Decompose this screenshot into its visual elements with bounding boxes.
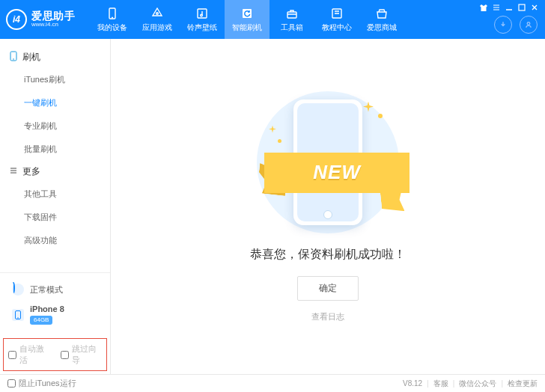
success-illustration: NEW [257,91,399,233]
view-log-link[interactable]: 查看日志 [311,311,344,322]
header-right [494,16,538,34]
sidebar-item[interactable]: 批量刷机 [0,138,110,161]
svg-rect-0 [519,4,525,10]
svg-point-12 [17,317,19,319]
chk-auto-activate[interactable]: 自动激活 [8,343,50,366]
maximize-icon[interactable] [517,3,526,12]
sparkle-icon [269,126,276,133]
wechat-link[interactable]: 微信公众号 [459,379,496,389]
chk-auto-label: 自动激活 [19,343,50,366]
main-nav: 我的设备应用游戏铃声壁纸智能刷机工具箱教程中心爱思商城 [90,0,404,39]
phone-icon [106,7,119,20]
minimize-icon[interactable] [505,3,514,12]
svg-point-8 [527,22,530,25]
nav-store[interactable]: 爱思商城 [359,0,404,39]
device-name: iPhone 8 [30,304,64,314]
menu-icon[interactable] [492,3,501,12]
nav-label: 我的设备 [97,22,127,33]
sparkle-icon [363,102,374,112]
sidebar-item[interactable]: 其他工具 [0,183,110,206]
app-logo: i4 爱思助手 www.i4.cn [6,9,75,30]
footer: 阻止iTunes运行 V8.12 | 客服 | 微信公众号 | 检查更新 [0,374,545,392]
success-text: 恭喜您，保资料刷机成功啦！ [250,247,406,263]
nav-label: 教程中心 [322,22,352,33]
store-icon [375,7,389,20]
nav-apps[interactable]: 应用游戏 [135,0,180,39]
nav-phone[interactable]: 我的设备 [90,0,135,39]
music-icon [195,7,209,20]
sidebar-item[interactable]: iTunes刷机 [0,68,110,91]
nav-label: 爱思商城 [367,22,397,33]
dot-icon [278,139,281,143]
sidebar-item[interactable]: 一键刷机 [0,91,110,114]
content: NEW 恭喜您，保资料刷机成功啦！ 确定 查看日志 [111,39,545,374]
chk-block-label: 阻止iTunes运行 [19,378,76,389]
storage-badge: 64GB [30,316,52,325]
main-area: NEW 恭喜您，保资料刷机成功啦！ 确定 查看日志 [111,39,545,374]
app-window: i4 爱思助手 www.i4.cn 我的设备应用游戏铃声壁纸智能刷机工具箱教程中… [0,0,545,392]
update-link[interactable]: 检查更新 [508,379,538,389]
nav-toolbox[interactable]: 工具箱 [270,0,314,39]
app-title: 爱思助手 [31,10,75,22]
chk-block-itunes[interactable]: 阻止iTunes运行 [7,378,76,389]
sidebar-head: 更多 [0,161,110,183]
nav-refresh[interactable]: 智能刷机 [225,0,270,39]
sidebar-head: 刷机 [0,46,110,68]
phone-icon [12,309,24,321]
download-icon[interactable] [494,16,512,34]
ok-button[interactable]: 确定 [297,276,359,301]
version-label: V8.12 [403,379,422,388]
apps-icon [150,7,164,20]
window-controls [479,3,539,12]
body: 刷机iTunes刷机一键刷机专业刷机批量刷机更多其他工具下载固件高级功能 正常模… [0,39,545,374]
title-bar: i4 爱思助手 www.i4.cn 我的设备应用游戏铃声壁纸智能刷机工具箱教程中… [0,0,545,39]
nav-label: 工具箱 [281,22,303,33]
more-icon [9,166,18,177]
nav-book[interactable]: 教程中心 [314,0,359,39]
device-icon [9,51,18,64]
close-icon[interactable] [530,3,539,12]
sidebar-item[interactable]: 高级功能 [0,229,110,252]
nav-music[interactable]: 铃声壁纸 [180,0,225,39]
sidebar-item[interactable]: 专业刷机 [0,114,110,138]
sidebar: 刷机iTunes刷机一键刷机专业刷机批量刷机更多其他工具下载固件高级功能 正常模… [0,39,111,374]
svg-point-4 [201,14,203,16]
mode-chip[interactable]: 正常模式 [6,279,104,300]
nav-label: 铃声壁纸 [187,22,217,33]
sidebar-head-label: 更多 [22,165,40,178]
chk-skip-wizard[interactable]: 跳过向导 [61,343,103,366]
dot-icon [378,114,383,118]
nav-label: 智能刷机 [232,22,262,33]
svg-point-10 [13,58,14,60]
logo-badge-icon: i4 [6,9,27,30]
sidebar-bottom: 正常模式 iPhone 8 64GB [0,272,110,335]
highlight-box: 自动激活 跳过向导 [3,338,107,371]
nav-label: 应用游戏 [142,22,172,33]
sidebar-item[interactable]: 下载固件 [0,206,110,229]
svg-rect-6 [287,12,296,18]
account-icon[interactable] [520,16,538,34]
spinner-icon [12,284,24,295]
book-icon [330,7,344,20]
app-site: www.i4.cn [31,22,75,28]
svg-point-2 [156,12,159,14]
ribbon-new: NEW [264,153,409,193]
sidebar-scroll: 刷机iTunes刷机一键刷机专业刷机批量刷机更多其他工具下载固件高级功能 [0,39,110,272]
shirt-icon[interactable] [479,3,488,12]
chk-skip-label: 跳过向导 [72,343,103,366]
device-chip[interactable]: iPhone 8 64GB [6,300,104,329]
sidebar-head-label: 刷机 [22,51,40,64]
refresh-icon [240,7,254,20]
toolbox-icon [285,7,299,20]
mode-label: 正常模式 [30,284,63,295]
kefu-link[interactable]: 客服 [433,379,448,389]
